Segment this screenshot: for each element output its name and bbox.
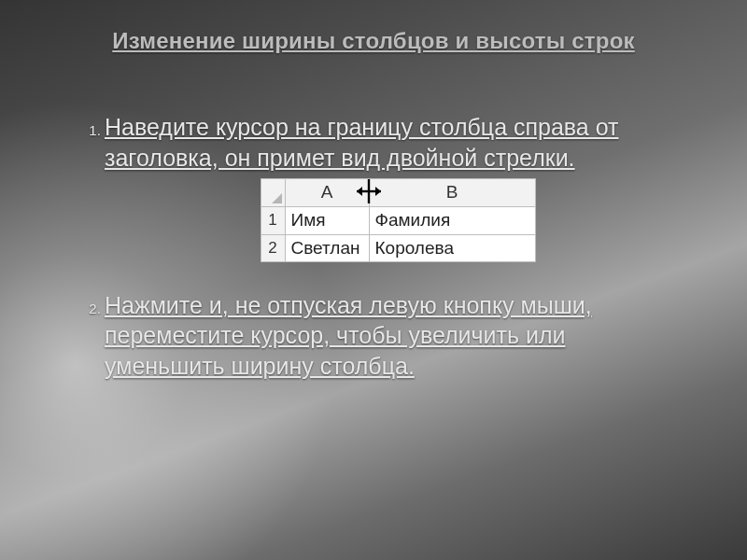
step-2-text: Нажмите и, не отпуская левую кнопку мыши… bbox=[105, 292, 592, 379]
column-a-label: A bbox=[321, 182, 333, 202]
table-row: 2 Светлан Королева bbox=[261, 234, 535, 262]
row-header-2[interactable]: 2 bbox=[261, 234, 285, 262]
slide: Изменение ширины столбцов и высоты строк… bbox=[0, 0, 747, 560]
select-all-corner[interactable] bbox=[261, 179, 285, 207]
column-header-a[interactable]: A bbox=[285, 179, 369, 207]
table-row: 1 Имя Фамилия bbox=[261, 207, 535, 235]
instructions-list: Наведите курсор на границу столбца справ… bbox=[65, 112, 691, 401]
excel-grid: A bbox=[261, 178, 536, 262]
row-header-1[interactable]: 1 bbox=[261, 207, 285, 235]
step-1-text: Наведите курсор на границу столбца справ… bbox=[105, 114, 618, 171]
slide-title: Изменение ширины столбцов и высоты строк bbox=[41, 28, 706, 54]
cell-b1[interactable]: Фамилия bbox=[369, 207, 535, 235]
svg-marker-2 bbox=[357, 187, 362, 196]
column-b-label: B bbox=[446, 182, 458, 202]
excel-figure: A bbox=[105, 178, 691, 270]
cell-a2[interactable]: Светлан bbox=[285, 234, 369, 262]
cell-b2[interactable]: Королева bbox=[369, 234, 535, 262]
column-header-b[interactable]: B bbox=[369, 179, 535, 207]
step-2: Нажмите и, не отпуская левую кнопку мыши… bbox=[105, 290, 691, 382]
cell-a1[interactable]: Имя bbox=[285, 207, 369, 235]
step-1: Наведите курсор на границу столбца справ… bbox=[105, 112, 691, 270]
